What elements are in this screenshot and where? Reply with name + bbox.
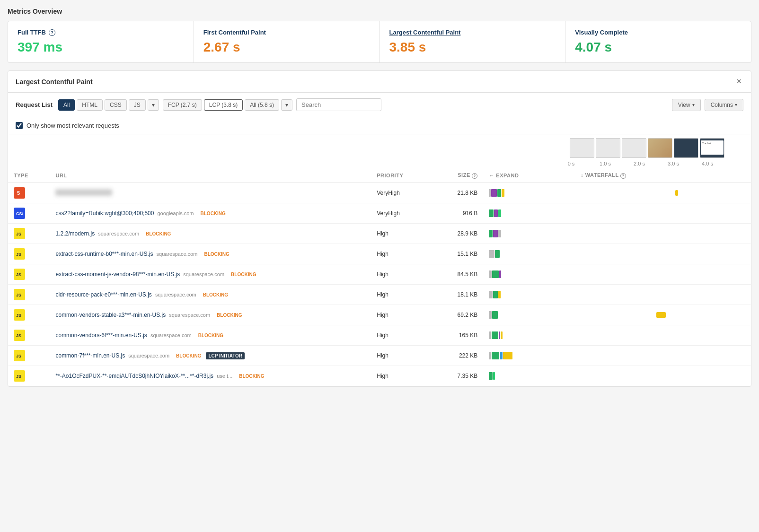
metric-value-lcp: 3.85 s [389, 40, 556, 55]
filter-chevron-icon: ▾ [152, 102, 155, 108]
lcp-panel-header: Largest Contentful Paint × [8, 71, 751, 93]
table-row[interactable]: JScldr-resource-pack-e0***-min.en-US.js … [8, 284, 751, 305]
bar-segment [489, 189, 491, 197]
filter-all-button[interactable]: All [58, 99, 75, 111]
table-row[interactable]: JS1.2.2/modern.js squarespace.comBLOCKIN… [8, 223, 751, 244]
url-text: cldr-resource-pack-e0***-min.en-US.js [55, 291, 151, 298]
type-cell: JS [8, 345, 50, 366]
bar-segment [489, 270, 492, 278]
bar-segment [489, 352, 491, 359]
expand-cell [483, 325, 575, 345]
table-row[interactable]: JS**-Ao1OcFzdPUX-**-emqiAUTdcS0jhNIOYiai… [8, 366, 751, 386]
waterfall-cell [575, 284, 751, 305]
metric-label-fcp: First Contentful Paint [203, 29, 370, 36]
metrics-cards: Full TTFB?397 msFirst Contentful Paint2.… [8, 21, 751, 63]
type-cell: JS [8, 244, 50, 264]
time-filter-lcp-button[interactable]: LCP (3.8 s) [204, 99, 243, 111]
url-cell: css2?family=Rubik:wght@300;400;500 googl… [50, 203, 371, 223]
js-type-icon: JS [14, 228, 25, 239]
view-chevron-icon: ▾ [692, 102, 695, 107]
bar-segment [493, 230, 498, 237]
expand-bar-container [489, 372, 569, 380]
view-button[interactable]: View ▾ [672, 99, 701, 111]
time-filter-dropdown[interactable]: ▾ [281, 99, 292, 111]
metric-label-lcp[interactable]: Largest Contentful Paint [389, 29, 556, 36]
thumbnail-1 [570, 138, 594, 158]
url-cell: 1.2.2/modern.js squarespace.comBLOCKING [50, 223, 371, 244]
bar-segment [489, 291, 493, 298]
filter-type-dropdown[interactable]: ▾ [148, 99, 159, 111]
time-filter-all_time-button[interactable]: All (5.8 s) [245, 99, 279, 111]
time-filter-fcp-button[interactable]: FCP (2.7 s) [163, 99, 202, 111]
priority-cell: High [371, 223, 432, 244]
close-button[interactable]: × [734, 77, 743, 87]
size-cell: 165 KB [432, 325, 483, 345]
help-icon-ttfb[interactable]: ? [49, 29, 55, 36]
table-row[interactable]: JScommon-7f***-min.en-US.js squarespace.… [8, 345, 751, 366]
right-controls: View ▾ Columns ▾ [672, 99, 743, 111]
col-type: TYPE [8, 168, 50, 183]
svg-text:JS: JS [16, 232, 21, 236]
js-type-icon: JS [14, 309, 25, 321]
filter-css-button[interactable]: CSS [105, 99, 127, 111]
columns-chevron-icon: ▾ [735, 102, 737, 107]
table-row[interactable]: JSextract-css-runtime-b0***-min.en-US.js… [8, 244, 751, 264]
thumbnail-5 [674, 138, 698, 158]
request-table-container: TYPE URL PRIORITY SIZE ? ← EXPAND ↓ WATE… [8, 168, 751, 386]
html-type-icon: 5 [14, 187, 25, 199]
js-type-icon: JS [14, 350, 25, 361]
size-cell: 21.8 KB [432, 183, 483, 203]
metric-card-fcp: First Contentful Paint2.67 s [194, 21, 380, 62]
waterfall-cell [575, 203, 751, 223]
request-table: TYPE URL PRIORITY SIZE ? ← EXPAND ↓ WATE… [8, 168, 751, 386]
blocking-badge: BLOCKING [236, 373, 267, 380]
js-type-icon: JS [14, 269, 25, 280]
expand-bar-container [489, 230, 569, 237]
table-row[interactable]: JSextract-css-moment-js-vendor-98***-min… [8, 264, 751, 284]
url-cell: **-Ao1OcFzdPUX-**-emqiAUTdcS0jhNIOYiaiko… [50, 366, 371, 386]
size-help-icon[interactable]: ? [472, 173, 477, 179]
waterfall-bar [656, 312, 666, 318]
expand-arrow-icon: ← [489, 173, 494, 178]
url-domain: squarespace.com [97, 231, 139, 236]
blocking-badge: BLOCKING [198, 210, 229, 217]
expand-bar-container [489, 291, 569, 298]
bar-segment [492, 352, 499, 359]
bar-segment [489, 372, 493, 380]
bar-segment [492, 270, 499, 278]
bar-segment [500, 352, 503, 359]
waterfall-help-icon[interactable]: ? [620, 173, 626, 179]
url-blurred: ████████████ [55, 189, 112, 196]
columns-button[interactable]: Columns ▾ [705, 99, 743, 111]
bar-segment [498, 209, 501, 217]
filter-html-button[interactable]: HTML [77, 99, 103, 111]
size-cell: 222 KB [432, 345, 483, 366]
url-cell: ████████████ [50, 183, 371, 203]
timeline-mark: 4.0 s [690, 161, 724, 166]
checkbox-row: Only show most relevant requests [8, 117, 751, 134]
svg-text:5: 5 [17, 190, 20, 196]
waterfall-area: The first 0 s1.0 s2.0 s3.0 s4.0 s [8, 134, 751, 168]
bar-segment [502, 189, 504, 197]
page: Metrics Overview Full TTFB?397 msFirst C… [0, 0, 759, 394]
relevant-requests-label[interactable]: Only show most relevant requests [26, 122, 119, 129]
priority-cell: High [371, 264, 432, 284]
waterfall-cell [575, 345, 751, 366]
waterfall-cell [575, 244, 751, 264]
table-row[interactable]: CSScss2?family=Rubik:wght@300;400;500 go… [8, 203, 751, 223]
bar-segment [493, 372, 495, 380]
request-table-body: 5████████████VeryHigh21.8 KBCSScss2?fami… [8, 183, 751, 386]
expand-cell [483, 305, 575, 325]
relevant-requests-checkbox[interactable] [16, 122, 23, 129]
table-row[interactable]: JScommon-vendors-stable-a3***-min.en-US.… [8, 305, 751, 325]
search-input[interactable] [296, 98, 381, 111]
svg-text:JS: JS [16, 313, 21, 318]
url-domain: use.t... [215, 373, 232, 379]
table-row[interactable]: JScommon-vendors-6f***-min.en-US.js squa… [8, 325, 751, 345]
blocking-badge: BLOCKING [228, 271, 259, 278]
table-row[interactable]: 5████████████VeryHigh21.8 KB [8, 183, 751, 203]
js-type-icon: JS [14, 330, 25, 341]
url-text: extract-css-moment-js-vendor-98***-min.e… [55, 271, 180, 278]
priority-cell: High [371, 345, 432, 366]
filter-js-button[interactable]: JS [129, 99, 146, 111]
